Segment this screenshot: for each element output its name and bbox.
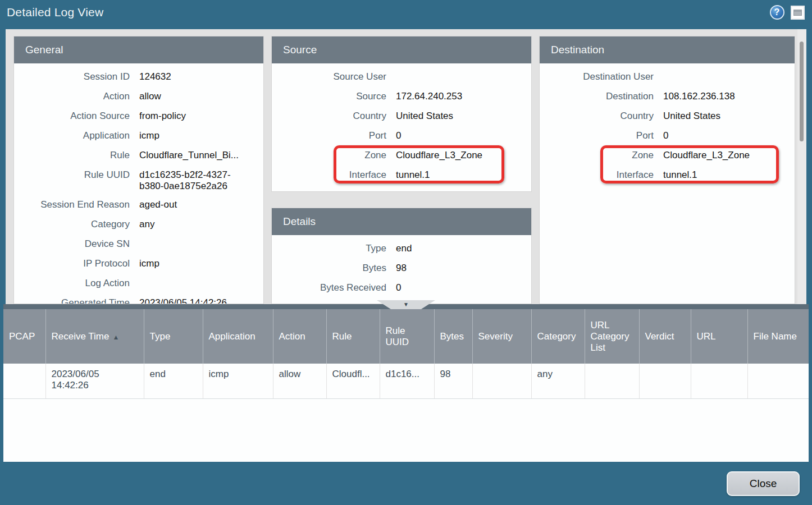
field-value: 0	[396, 282, 531, 295]
column-header-severity[interactable]: Severity	[472, 309, 531, 364]
source-panel-header: Source	[272, 36, 531, 63]
close-button[interactable]: Close	[727, 471, 800, 496]
field-value: Cloudflare_L3_Zone	[663, 150, 795, 162]
column-header-rule-uuid[interactable]: Rule UUID	[380, 309, 434, 364]
sort-ascending-icon: ▲	[112, 333, 119, 341]
field-row-destination-user: Destination User	[540, 71, 795, 84]
field-label: Zone	[540, 150, 654, 162]
field-label: Generated Time	[14, 297, 130, 304]
field-value	[396, 71, 531, 84]
general-panel-header: General	[14, 36, 263, 63]
log-table-area: PCAP Receive Time▲ Type Application Acti…	[3, 309, 809, 462]
field-label: Bytes	[272, 263, 386, 275]
column-header-pcap[interactable]: PCAP	[3, 309, 45, 364]
cell-file-name[interactable]	[747, 364, 809, 398]
field-value: 98	[396, 263, 531, 275]
field-row-device-sn: Device SN	[14, 238, 263, 251]
field-label: Action Source	[14, 111, 130, 123]
field-label: Action	[14, 91, 130, 103]
field-value: United States	[663, 111, 795, 123]
scrollbar-thumb[interactable]	[800, 42, 804, 141]
field-value: allow	[139, 91, 263, 103]
field-row-category: Category any	[14, 219, 263, 231]
field-value: tunnel.1	[663, 169, 795, 182]
details-panel-header: Details	[272, 208, 531, 235]
details-panel: Details Type end Bytes 98 Bytes Received…	[271, 208, 532, 304]
field-label: Country	[272, 111, 386, 123]
field-label: Application	[14, 130, 130, 143]
column-header-url[interactable]: URL	[691, 309, 747, 364]
column-header-action[interactable]: Action	[273, 309, 326, 364]
column-header-url-category-list[interactable]: URL Category List	[585, 309, 639, 364]
field-label: Destination User	[540, 71, 654, 84]
field-row-destination-zone: Zone Cloudflare_L3_Zone	[540, 150, 795, 162]
field-label: Device SN	[14, 238, 130, 251]
vertical-scrollbar[interactable]	[797, 29, 806, 304]
cell-rule-uuid[interactable]: d1c16...	[380, 364, 434, 398]
field-row-destination-port: Port 0	[540, 130, 795, 143]
field-row-destination-interface: Interface tunnel.1	[540, 169, 795, 182]
field-row-destination: Destination 108.162.236.138	[540, 91, 795, 103]
field-label: Interface	[272, 169, 386, 182]
cell-bytes[interactable]: 98	[434, 364, 472, 398]
cell-receive-time[interactable]: 2023/06/05 14:42:26	[45, 364, 144, 398]
field-row-session-end-reason: Session End Reason aged-out	[14, 199, 263, 212]
restore-window-button[interactable]	[790, 5, 805, 20]
cell-rule[interactable]: Cloudfl...	[326, 364, 380, 398]
cell-severity[interactable]	[472, 364, 531, 398]
column-header-bytes[interactable]: Bytes	[434, 309, 472, 364]
column-header-application[interactable]: Application	[203, 309, 273, 364]
column-header-receive-time[interactable]: Receive Time▲	[45, 309, 144, 364]
cell-category[interactable]: any	[531, 364, 585, 398]
cell-url[interactable]	[691, 364, 747, 398]
column-header-type[interactable]: Type	[144, 309, 203, 364]
cell-pcap[interactable]	[3, 364, 45, 398]
general-panel: General Session ID 124632 Action allow A…	[13, 36, 264, 304]
column-header-category[interactable]: Category	[531, 309, 585, 364]
dialog-footer: Close	[0, 462, 812, 505]
field-value: icmp	[139, 258, 263, 270]
cell-url-category-list[interactable]	[585, 364, 639, 398]
field-value: Cloudflare_L3_Zone	[396, 150, 531, 162]
field-label: Category	[14, 219, 130, 231]
field-label: Source User	[272, 71, 386, 84]
field-label: Port	[540, 130, 654, 143]
general-panel-body: Session ID 124632 Action allow Action So…	[14, 63, 263, 304]
field-value: d1c16235-b2f2-4327-b380-0ae1875e2a26	[139, 169, 263, 192]
help-button[interactable]: ?	[769, 5, 784, 20]
cell-action[interactable]: allow	[273, 364, 326, 398]
field-value: 0	[396, 130, 531, 143]
field-label: Port	[272, 130, 386, 143]
help-icon: ?	[770, 5, 784, 20]
splitter-collapse-handle[interactable]: ▼	[377, 300, 435, 309]
field-label: Zone	[272, 150, 386, 162]
field-label: Type	[272, 243, 386, 255]
field-label: Destination	[540, 91, 654, 103]
column-header-verdict[interactable]: Verdict	[639, 309, 691, 364]
dialog-titlebar: Detailed Log View ?	[0, 0, 812, 25]
field-value: end	[396, 243, 531, 255]
field-label: Source	[272, 91, 386, 103]
source-panel-body: Source User Source 172.64.240.253 Countr…	[272, 63, 531, 182]
field-row-action-source: Action Source from-policy	[14, 111, 263, 123]
source-zone-interface-group: Zone Cloudflare_L3_Zone Interface tunnel…	[272, 150, 531, 182]
field-value	[663, 71, 795, 84]
field-label: Rule UUID	[14, 169, 130, 192]
table-header-row: PCAP Receive Time▲ Type Application Acti…	[3, 309, 809, 364]
cell-type[interactable]: end	[144, 364, 203, 398]
destination-panel: Destination Destination User Destination…	[539, 36, 795, 304]
cell-verdict[interactable]	[639, 364, 691, 398]
field-value	[139, 238, 263, 251]
field-value: any	[139, 219, 263, 231]
field-row-log-action: Log Action	[14, 278, 263, 290]
field-row-action: Action allow	[14, 91, 263, 103]
table-row[interactable]: 2023/06/05 14:42:26 end icmp allow Cloud…	[3, 364, 809, 398]
field-row-rule: Rule Cloudflare_Tunnel_Bi...	[14, 150, 263, 162]
cell-application[interactable]: icmp	[203, 364, 273, 398]
field-value: icmp	[139, 130, 263, 143]
field-row-source: Source 172.64.240.253	[272, 91, 531, 103]
pane-splitter[interactable]: ▼	[3, 304, 809, 309]
column-header-rule[interactable]: Rule	[326, 309, 380, 364]
field-label: Session End Reason	[14, 199, 130, 212]
column-header-file-name[interactable]: File Name	[747, 309, 809, 364]
